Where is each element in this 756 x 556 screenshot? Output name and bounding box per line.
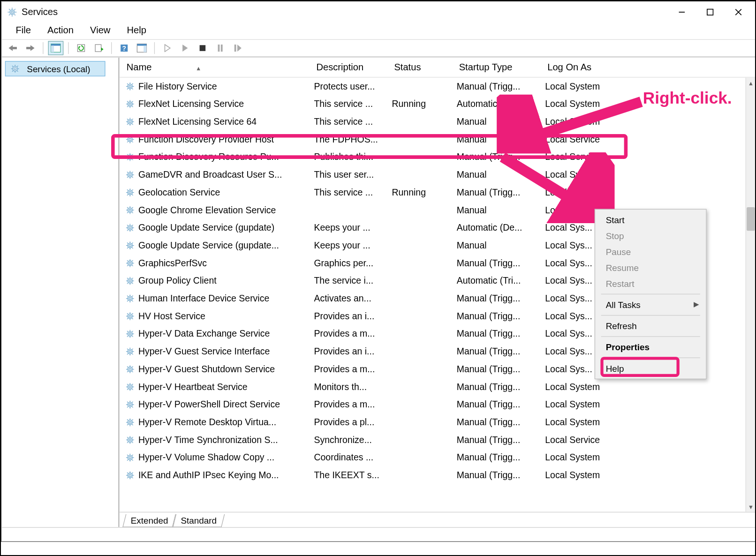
service-description: Provides an i...	[314, 311, 392, 322]
service-startup: Manual	[457, 240, 545, 251]
cm-help[interactable]: Help	[597, 361, 705, 376]
refresh-button[interactable]	[74, 41, 89, 55]
service-row[interactable]: Hyper-V Remote Desktop Virtua...Provides…	[120, 413, 756, 431]
service-row[interactable]: Function Discovery Provider HostThe FDPH…	[120, 131, 756, 149]
service-logon: Local Service	[545, 435, 639, 445]
forward-button[interactable]	[23, 41, 38, 55]
svg-point-42	[129, 174, 131, 176]
service-startup: Manual	[457, 116, 545, 127]
gear-icon	[124, 452, 136, 464]
menu-file[interactable]: File	[8, 24, 39, 37]
svg-point-38	[129, 138, 131, 140]
context-menu: Start Stop Pause Resume Restart All Task…	[595, 209, 707, 379]
tab-extended[interactable]: Extended	[122, 514, 176, 527]
service-startup: Manual (Trigg...	[457, 346, 545, 357]
cm-restart[interactable]: Restart	[597, 276, 705, 292]
service-name: FlexNet Licensing Service	[138, 99, 244, 110]
stop-service-button[interactable]	[195, 41, 211, 55]
service-startup: Manual (Trigg...	[457, 382, 545, 392]
vertical-scrollbar[interactable]: ▲ ▼	[746, 77, 756, 511]
service-row[interactable]: Hyper-V Time Synchronization S...Synchro…	[120, 431, 756, 449]
service-startup: Manual (Trigg...	[457, 364, 545, 375]
col-header-startup[interactable]: Startup Type	[457, 60, 545, 75]
menu-view[interactable]: View	[82, 24, 119, 37]
service-row[interactable]: Hyper-V PowerShell Direct ServiceProvide…	[120, 396, 756, 413]
svg-point-60	[129, 333, 131, 335]
show-hide-tree-button[interactable]	[48, 41, 64, 55]
service-description: Graphics per...	[314, 258, 392, 269]
svg-rect-12	[51, 46, 54, 53]
svg-point-68	[129, 404, 131, 406]
tree-item-services-local[interactable]: Services (Local)	[5, 61, 106, 76]
service-logon: Local System	[545, 399, 639, 410]
cm-refresh[interactable]: Refresh	[597, 318, 705, 334]
service-startup: Manual (Trigg...	[457, 452, 545, 463]
scroll-down-icon[interactable]: ▼	[746, 501, 756, 512]
cm-properties[interactable]: Properties	[597, 339, 705, 355]
gear-icon	[124, 151, 136, 163]
service-row[interactable]: Geolocation ServiceThis service ...Runni…	[120, 184, 756, 202]
back-button[interactable]	[5, 41, 21, 55]
minimize-button[interactable]	[668, 1, 696, 23]
col-header-status[interactable]: Status	[392, 60, 456, 75]
service-name: Function Discovery Resource Pu...	[138, 152, 279, 163]
col-header-logon[interactable]: Log On As	[545, 60, 639, 75]
svg-marker-8	[30, 45, 35, 51]
cm-resume[interactable]: Resume	[597, 260, 705, 276]
start-service-button[interactable]	[159, 41, 175, 55]
service-description: Provides a m...	[314, 399, 392, 410]
show-hide-action-pane-button[interactable]	[134, 41, 150, 55]
service-logon: Local Service	[545, 134, 639, 145]
cm-stop[interactable]: Stop	[597, 228, 705, 244]
help-button[interactable]: ?	[116, 41, 132, 55]
pause-service-button[interactable]	[212, 41, 228, 55]
service-logon: Local System	[545, 116, 639, 127]
service-startup: Manual (Trigg...	[457, 399, 545, 410]
service-row[interactable]: FlexNet Licensing Service 64This service…	[120, 113, 756, 131]
restart-service-button[interactable]	[230, 41, 246, 55]
status-bar	[1, 527, 756, 541]
svg-point-56	[129, 298, 131, 300]
menu-action[interactable]: Action	[39, 24, 82, 37]
cm-start[interactable]: Start	[597, 212, 705, 228]
maximize-button[interactable]	[696, 1, 724, 23]
gear-icon	[124, 434, 136, 446]
cm-pause[interactable]: Pause	[597, 244, 705, 260]
svg-text:?: ?	[122, 45, 126, 52]
svg-point-1	[11, 11, 13, 13]
svg-point-46	[129, 209, 131, 211]
service-row[interactable]: Hyper-V Volume Shadow Copy ...Coordinate…	[120, 449, 756, 466]
start-service-button-2[interactable]	[177, 41, 193, 55]
tree-item-label: Services (Local)	[27, 64, 90, 74]
cm-all-tasks[interactable]: All Tasks▶	[597, 297, 705, 313]
view-tabs: Extended Standard	[120, 512, 756, 527]
service-startup: Manual	[457, 170, 545, 180]
service-status: Running	[392, 99, 456, 110]
service-name: File History Service	[138, 81, 217, 92]
tab-standard[interactable]: Standard	[173, 514, 225, 527]
tree-sidebar: Services (Local)	[1, 58, 119, 527]
service-description: This service ...	[314, 116, 392, 127]
export-list-button[interactable]	[91, 41, 106, 55]
svg-point-74	[129, 457, 131, 458]
scroll-thumb[interactable]	[747, 207, 755, 231]
service-name: Human Interface Device Service	[138, 293, 269, 304]
service-name: FlexNet Licensing Service 64	[138, 116, 257, 127]
service-logon: Local System	[545, 170, 639, 180]
col-header-description[interactable]: Description	[314, 60, 392, 75]
service-row[interactable]: Function Discovery Resource Pu...Publish…	[120, 148, 756, 166]
close-button[interactable]	[724, 1, 752, 23]
service-name: Hyper-V Time Synchronization S...	[138, 435, 278, 445]
service-startup: Manual (Trigg...	[457, 81, 545, 92]
chevron-right-icon: ▶	[694, 301, 699, 309]
menu-help[interactable]: Help	[119, 24, 155, 37]
service-row[interactable]: IKE and AuthIP IPsec Keying Mo...The IKE…	[120, 466, 756, 484]
svg-point-58	[129, 315, 131, 317]
service-startup: Manual (Trigg...	[457, 435, 545, 445]
service-name: Hyper-V PowerShell Direct Service	[138, 399, 280, 410]
scroll-up-icon[interactable]: ▲	[746, 77, 756, 88]
service-row[interactable]: GameDVR and Broadcast User S...This user…	[120, 166, 756, 184]
service-row[interactable]: Hyper-V Heartbeat ServiceMonitors th...M…	[120, 378, 756, 396]
gear-icon	[124, 116, 136, 128]
col-header-name[interactable]: Name ▲	[124, 60, 314, 75]
